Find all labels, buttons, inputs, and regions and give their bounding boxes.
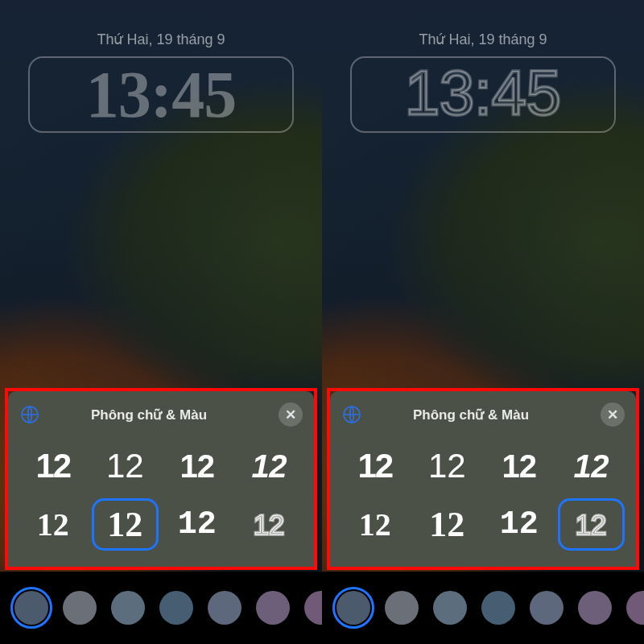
screen-right: Thứ Hai, 19 tháng 9 13:45 13:45 Phông ch…	[322, 0, 644, 644]
color-swatch[interactable]	[63, 591, 97, 625]
svg-text:12: 12	[254, 510, 285, 540]
font-option-sans-light[interactable]: 12	[414, 440, 481, 492]
color-swatch[interactable]	[530, 591, 564, 625]
color-swatch[interactable]	[336, 591, 370, 625]
color-swatch[interactable]	[304, 591, 322, 625]
panel-title: Phông chữ & Màu	[341, 407, 601, 423]
color-swatch[interactable]	[385, 591, 419, 625]
color-swatch[interactable]	[208, 591, 242, 625]
font-option-sans-light[interactable]: 12	[92, 440, 159, 492]
font-option-stencil[interactable]: 12	[558, 440, 625, 492]
color-swatch[interactable]	[111, 591, 145, 625]
svg-text:13:45: 13:45	[405, 59, 561, 127]
font-option-serif-med[interactable]: 12	[341, 498, 409, 551]
font-sample: 12	[180, 450, 215, 482]
screen-left: Thứ Hai, 19 tháng 9 13:45 Phông chữ & Mà…	[0, 0, 322, 644]
color-swatches-left	[0, 572, 322, 644]
time-display: 13:45 13:45	[358, 59, 608, 131]
svg-text:12: 12	[576, 510, 607, 540]
color-swatch[interactable]	[578, 591, 612, 625]
font-sample: 12	[106, 449, 144, 483]
lock-date: Thứ Hai, 19 tháng 9	[322, 31, 644, 48]
font-option-serif-med[interactable]: 12	[19, 498, 87, 551]
font-sample: 12	[359, 509, 391, 541]
color-swatch[interactable]	[256, 591, 290, 625]
font-sample: 12	[252, 450, 287, 482]
font-sample: 12	[35, 449, 70, 483]
close-button[interactable]: ✕	[279, 402, 303, 427]
font-grid-left: 121212121212121212	[19, 440, 303, 551]
close-icon: ✕	[285, 407, 296, 423]
font-sample: 12	[107, 507, 142, 543]
font-sample: 12	[428, 449, 466, 483]
font-option-serif-heavy[interactable]: 12	[414, 498, 481, 551]
font-sample: 12	[574, 450, 609, 482]
font-option-stencil[interactable]: 12	[236, 440, 303, 492]
panel-highlight: Phông chữ & Màu ✕ 121212121212121212	[5, 388, 317, 570]
font-option-slab[interactable]: 12	[485, 498, 553, 551]
font-option-outline[interactable]: 1212	[236, 498, 303, 551]
font-sample: 12	[37, 509, 69, 541]
color-swatches-right	[322, 572, 644, 644]
font-color-panel: Phông chữ & Màu ✕ 121212121212121212	[330, 391, 636, 567]
time-display: 13:45	[86, 62, 236, 128]
color-swatch[interactable]	[481, 591, 515, 625]
font-option-slab[interactable]: 12	[163, 498, 231, 551]
time-preview[interactable]: 13:45	[28, 56, 294, 133]
font-option-rounded[interactable]: 12	[485, 440, 553, 492]
font-color-panel: Phông chữ & Màu ✕ 121212121212121212	[8, 391, 314, 567]
color-swatch[interactable]	[14, 591, 48, 625]
color-swatch[interactable]	[159, 591, 193, 625]
font-sample: 12	[502, 450, 537, 482]
font-option-sans-heavy[interactable]: 12	[341, 440, 409, 492]
font-option-rounded[interactable]: 12	[163, 440, 231, 492]
font-grid-right: 121212121212121212	[341, 440, 625, 551]
panel-highlight: Phông chữ & Màu ✕ 121212121212121212	[327, 388, 639, 570]
font-option-outline[interactable]: 1212	[558, 498, 625, 551]
close-icon: ✕	[607, 407, 618, 423]
font-sample: 12	[357, 449, 392, 483]
color-swatch[interactable]	[433, 591, 467, 625]
color-swatch[interactable]	[626, 591, 644, 625]
panel-title: Phông chữ & Màu	[19, 407, 279, 423]
font-sample: 12	[429, 507, 464, 543]
font-sample: 12	[500, 509, 539, 541]
time-preview[interactable]: 13:45 13:45	[350, 56, 616, 133]
font-option-sans-heavy[interactable]: 12	[19, 440, 87, 492]
font-sample: 12	[178, 509, 217, 541]
lock-date: Thứ Hai, 19 tháng 9	[0, 31, 322, 48]
close-button[interactable]: ✕	[601, 402, 625, 427]
font-option-serif-heavy[interactable]: 12	[92, 498, 159, 551]
